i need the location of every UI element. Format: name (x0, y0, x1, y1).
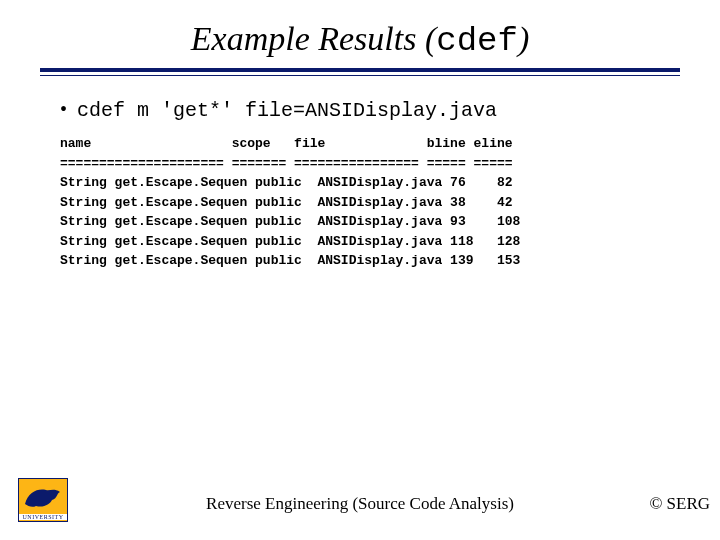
title-prefix: Example Results ( (191, 20, 437, 57)
footer: UNIVERSITY Reverse Engineering (Source C… (0, 478, 720, 528)
table-row: String get.Escape.Sequen public ANSIDisp… (60, 253, 520, 268)
sep-eline: ===== (474, 156, 513, 171)
sep-bline: ===== (427, 156, 466, 171)
footer-center-text: Reverse Engineering (Source Code Analysi… (0, 494, 720, 514)
slide: Example Results (cdef) •cdef m 'get*' fi… (0, 0, 720, 540)
command-line: •cdef m 'get*' file=ANSIDisplay.java (60, 98, 660, 122)
command-text: cdef m 'get*' file=ANSIDisplay.java (77, 99, 497, 122)
bullet-dot: • (60, 98, 67, 120)
logo-caption: UNIVERSITY (19, 514, 67, 520)
table-row: String get.Escape.Sequen public ANSIDisp… (60, 214, 520, 229)
sep-file: ================ (294, 156, 419, 171)
title-rule (40, 68, 680, 76)
title-mono: cdef (436, 22, 518, 60)
hdr-file: file (294, 136, 325, 151)
result-table: name scope file bline eline ============… (60, 134, 660, 271)
title-suffix: ) (518, 20, 529, 57)
hdr-scope: scope (232, 136, 271, 151)
hdr-bline: bline (427, 136, 466, 151)
table-row: String get.Escape.Sequen public ANSIDisp… (60, 234, 520, 249)
table-row: String get.Escape.Sequen public ANSIDisp… (60, 175, 513, 190)
table-row: String get.Escape.Sequen public ANSIDisp… (60, 195, 513, 210)
sep-name: ===================== (60, 156, 224, 171)
hdr-eline: eline (474, 136, 513, 151)
sep-scope: ======= (232, 156, 287, 171)
footer-right-text: © SERG (649, 494, 710, 514)
hdr-name: name (60, 136, 91, 151)
slide-title: Example Results (cdef) (0, 0, 720, 68)
